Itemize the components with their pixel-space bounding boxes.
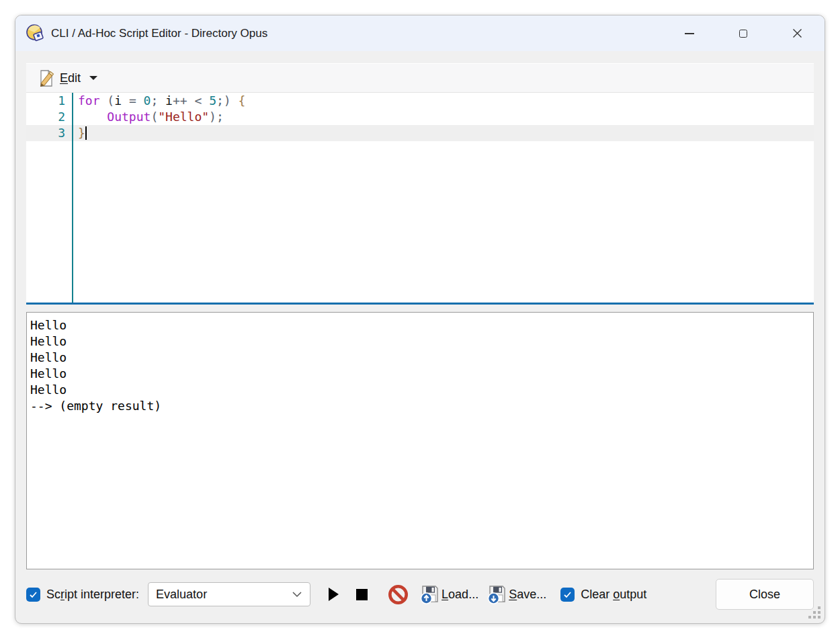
clear-output-checkbox[interactable] [560,588,575,602]
edit-menu-button[interactable]: Edit [32,67,103,90]
cancel-prohibition-icon [388,584,409,605]
pencil-document-icon [37,69,55,87]
code-line-text: } [72,125,87,141]
chevron-down-icon [89,76,97,80]
interpreter-select[interactable]: Evaluator [148,582,310,606]
maximize-icon [739,30,747,38]
stop-script-button[interactable] [356,589,368,600]
titlebar: CLI / Ad-Hoc Script Editor - Directory O… [15,15,825,51]
checkmark-icon [563,590,572,599]
close-window-button[interactable] [782,20,812,47]
bottom-toolbar: Script interpreter: Evaluator [26,579,814,610]
code-lines: 1for (i = 0; i++ < 5;) {2 Output("Hello"… [26,93,814,141]
output-line: Hello [30,350,813,366]
minimize-icon [685,33,694,34]
output-line: Hello [30,366,813,382]
desktop: CLI / Ad-Hoc Script Editor - Directory O… [0,0,840,638]
output-line: --> (empty result) [30,398,813,414]
script-editor-window: CLI / Ad-Hoc Script Editor - Directory O… [15,15,825,624]
code-line-text: for (i = 0; i++ < 5;) { [72,93,245,109]
line-number: 2 [26,109,72,125]
minimize-button[interactable] [674,20,705,47]
interpreter-select-value: Evaluator [156,588,207,602]
floppy-load-icon [420,584,440,604]
close-button[interactable]: Close [716,579,814,610]
code-line-text: Output("Hello"); [72,109,224,125]
line-number: 1 [26,93,72,109]
output-line: Hello [30,317,813,333]
window-title: CLI / Ad-Hoc Script Editor - Directory O… [51,27,267,40]
script-interpreter-checkbox[interactable] [26,588,40,602]
window-body: Edit 1for (i = 0; i++ < 5;) {2 Output("H… [15,51,825,623]
gutter-separator [72,93,73,303]
save-button[interactable]: Save... [487,584,546,604]
script-interpreter-label: Script interpreter: [46,588,139,602]
text-cursor [85,126,87,140]
script-output-panel[interactable]: HelloHelloHelloHelloHello--> (empty resu… [26,312,814,569]
checkmark-icon [29,590,38,599]
edit-menu-label: Edit [60,71,81,85]
close-icon [792,28,802,38]
abort-button[interactable] [388,584,409,605]
save-button-label: Save... [509,588,546,602]
directory-opus-logo-icon [25,24,45,44]
editor-toolbar: Edit [26,63,814,93]
line-number: 3 [26,125,72,141]
code-line[interactable]: 1for (i = 0; i++ < 5;) { [26,93,814,109]
output-line: Hello [30,382,813,398]
run-script-button[interactable] [329,588,339,601]
floppy-save-icon [487,584,507,604]
editor-focus-splitter[interactable] [26,303,814,305]
code-line[interactable]: 3} [26,125,814,141]
clear-output-group: Clear output [560,588,646,602]
load-button[interactable]: Load... [420,584,478,604]
code-editor-area[interactable]: 1for (i = 0; i++ < 5;) {2 Output("Hello"… [26,93,814,303]
output-line: Hello [30,333,813,350]
chevron-down-icon [292,591,302,598]
code-line[interactable]: 2 Output("Hello"); [26,109,814,125]
script-editor: Edit 1for (i = 0; i++ < 5;) {2 Output("H… [26,63,814,305]
load-button-label: Load... [442,588,478,602]
maximize-button[interactable] [728,20,759,47]
window-controls [674,20,812,47]
clear-output-label: Clear output [581,588,646,602]
resize-grip[interactable] [808,606,823,621]
